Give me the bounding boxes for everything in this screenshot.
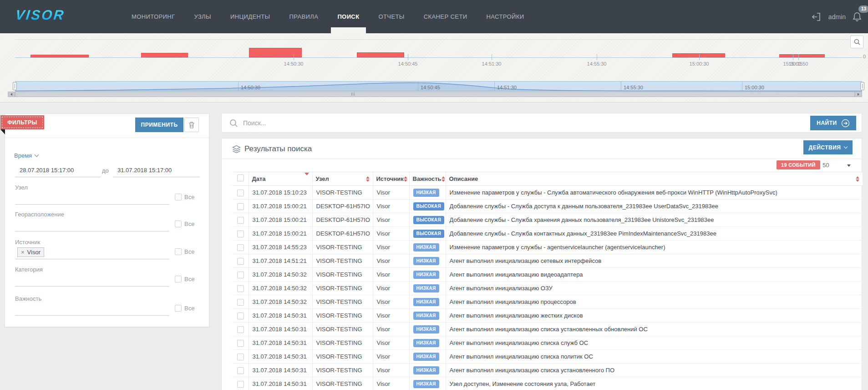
- all-checkbox[interactable]: [175, 305, 182, 312]
- sort-desc-icon[interactable]: [305, 175, 309, 182]
- sort-icon[interactable]: [442, 176, 445, 182]
- sort-icon[interactable]: [856, 176, 859, 182]
- table-row[interactable]: 31.07.2018 14:50:32 VISOR-TESTING Visor …: [233, 282, 863, 295]
- logout-icon[interactable]: [811, 11, 822, 22]
- select-all-rows-checkbox[interactable]: [237, 174, 244, 181]
- time-filter-toggle[interactable]: Время: [14, 152, 38, 159]
- event-bar[interactable]: [357, 52, 404, 57]
- row-checkbox[interactable]: [237, 258, 244, 265]
- table-row[interactable]: 31.07.2018 14:50:31 VISOR-TESTING Visor …: [233, 350, 863, 364]
- table-row[interactable]: 31.07.2018 15:00:21 DESKTOP-61H57IO Viso…: [233, 227, 863, 241]
- row-checkbox[interactable]: [237, 354, 244, 360]
- ribbon-fold: [0, 129, 5, 134]
- row-checkbox[interactable]: [237, 231, 244, 237]
- nav-item[interactable]: МОНИТОРИНГ: [130, 0, 177, 33]
- all-checkbox[interactable]: [175, 221, 182, 227]
- row-checkbox[interactable]: [237, 190, 244, 196]
- severity-badge: ВЫСОКАЯ: [413, 230, 444, 238]
- column-header-description[interactable]: Описание: [449, 175, 478, 182]
- filter-field-input[interactable]: [15, 315, 169, 316]
- sort-icon[interactable]: [366, 176, 370, 182]
- all-checkbox[interactable]: [175, 248, 182, 255]
- table-row[interactable]: 31.07.2018 14:51:21 VISOR-TESTING Visor …: [233, 254, 863, 268]
- table-row[interactable]: 31.07.2018 14:50:32 VISOR-TESTING Visor …: [233, 268, 863, 282]
- filters-ribbon: ФИЛЬТРЫ: [0, 115, 44, 129]
- all-checkbox-label: Все: [184, 305, 194, 312]
- filter-field-input[interactable]: [15, 204, 169, 205]
- column-header-severity[interactable]: Важность: [413, 175, 442, 182]
- timeline-brush[interactable]: 14:50:30 14:50:45 14:51:30 14:55:30 15:0…: [15, 81, 862, 91]
- row-checkbox[interactable]: [237, 285, 244, 292]
- filter-field-input[interactable]: [15, 286, 169, 287]
- brush-handle-left[interactable]: [13, 82, 17, 90]
- table-row[interactable]: 31.07.2018 14:50:32 VISOR-TESTING Visor …: [233, 295, 863, 309]
- column-header-source[interactable]: Источник: [376, 175, 404, 182]
- table-row[interactable]: 31.07.2018 15:00:21 DESKTOP-61H57IO Viso…: [233, 213, 863, 227]
- scroll-left-button[interactable]: [8, 92, 15, 97]
- all-checkbox[interactable]: [175, 276, 182, 282]
- row-checkbox[interactable]: [237, 381, 244, 388]
- event-bar[interactable]: [779, 54, 825, 57]
- event-bar[interactable]: [30, 55, 89, 57]
- app-logo[interactable]: VISOR: [15, 7, 66, 23]
- nav-item[interactable]: ИНЦИДЕНТЫ: [228, 0, 272, 33]
- scroll-right-button[interactable]: [855, 92, 862, 97]
- row-checkbox[interactable]: [237, 340, 244, 347]
- table-row[interactable]: 31.07.2018 15:00:21 DESKTOP-61H57IO Viso…: [233, 200, 863, 213]
- row-checkbox[interactable]: [237, 326, 244, 333]
- clear-filters-button[interactable]: [184, 118, 199, 132]
- timeline-scrollbar[interactable]: [8, 92, 862, 97]
- table-row[interactable]: 31.07.2018 14:55:23 VISOR-TESTING Visor …: [233, 241, 863, 254]
- table-row[interactable]: 31.07.2018 14:50:31 VISOR-TESTING Visor …: [233, 364, 863, 377]
- severity-badge: НИЗКАЯ: [413, 339, 439, 347]
- nav-item[interactable]: ОТЧЕТЫ: [377, 0, 406, 33]
- row-checkbox[interactable]: [237, 313, 244, 319]
- page-size-caret-icon[interactable]: [847, 164, 851, 167]
- row-checkbox[interactable]: [237, 367, 244, 374]
- filter-field-input[interactable]: [15, 259, 169, 259]
- cell-node: VISOR-TESTING: [312, 282, 373, 295]
- notifications-bell[interactable]: 13: [853, 12, 862, 22]
- chip-remove-icon[interactable]: ×: [21, 249, 25, 255]
- scrollbar-track[interactable]: [15, 92, 855, 97]
- chart-zoom-button[interactable]: [850, 36, 863, 48]
- username[interactable]: admin: [828, 13, 846, 21]
- table-header-row: Дата Узел Источник Важность Описание: [233, 172, 863, 186]
- row-checkbox[interactable]: [237, 272, 244, 278]
- event-bar[interactable]: [141, 53, 188, 57]
- cell-source: Visor: [373, 268, 409, 282]
- table-row[interactable]: 31.07.2018 15:10:23 VISOR-TESTING Visor …: [233, 186, 863, 200]
- nav-item[interactable]: ПРАВИЛА: [288, 0, 320, 33]
- search-icon: [229, 119, 238, 129]
- actions-button[interactable]: ДЕЙСТВИЯ: [803, 140, 853, 154]
- all-checkbox[interactable]: [175, 194, 182, 200]
- column-header-date[interactable]: Дата: [252, 175, 266, 182]
- page-size-select[interactable]: 50: [822, 162, 829, 169]
- scrollbar-grip[interactable]: [351, 92, 355, 96]
- table-row[interactable]: 31.07.2018 14:50:31 VISOR-TESTING Visor …: [233, 336, 863, 350]
- sort-icon[interactable]: [404, 176, 407, 182]
- table-row[interactable]: 31.07.2018 14:50:31 VISOR-TESTING Visor …: [233, 323, 863, 336]
- apply-filters-button[interactable]: ПРИМЕНИТЬ: [135, 118, 183, 132]
- row-checkbox[interactable]: [237, 217, 244, 224]
- search-submit-button[interactable]: НАЙТИ: [810, 116, 856, 130]
- filter-field-input[interactable]: [15, 231, 169, 231]
- nav-item[interactable]: УЗЛЫ: [193, 0, 213, 33]
- source-chip[interactable]: × Visor: [17, 247, 44, 257]
- cell-node: VISOR-TESTING: [312, 377, 373, 390]
- row-checkbox[interactable]: [237, 299, 244, 306]
- nav-item[interactable]: НАСТРОЙКИ: [484, 0, 526, 33]
- date-to-input[interactable]: [113, 164, 200, 177]
- row-checkbox[interactable]: [237, 203, 244, 210]
- table-row[interactable]: 31.07.2018 14:50:31 VISOR-TESTING Visor …: [233, 309, 863, 323]
- row-checkbox[interactable]: [237, 244, 244, 251]
- brush-handle-right[interactable]: [860, 82, 864, 90]
- event-bar[interactable]: [672, 53, 725, 57]
- column-header-node[interactable]: Узел: [316, 175, 329, 182]
- date-from-input[interactable]: [15, 164, 101, 177]
- nav-item[interactable]: СКАНЕР СЕТИ: [422, 0, 469, 33]
- nav-item[interactable]: ПОИСК: [335, 0, 361, 33]
- nav-item-label: ПРАВИЛА: [289, 13, 319, 20]
- table-row[interactable]: 31.07.2018 14:50:31 VISOR-TESTING Visor …: [233, 377, 863, 390]
- search-input[interactable]: [243, 114, 803, 132]
